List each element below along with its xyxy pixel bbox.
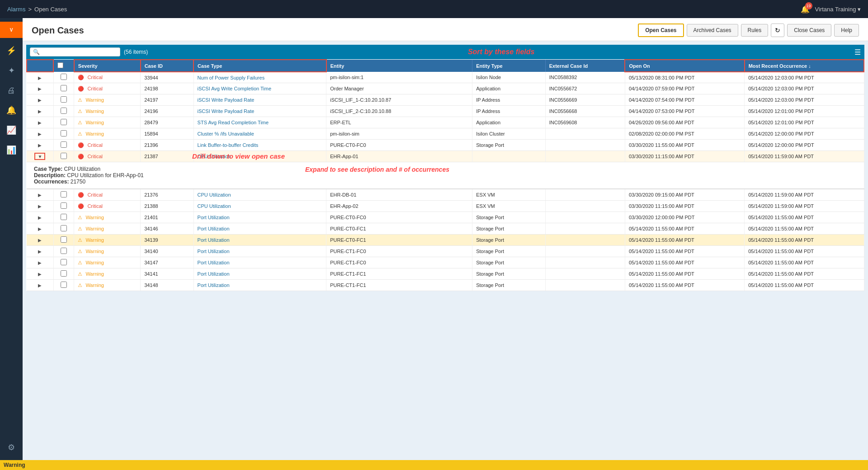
expand-cell[interactable]: ▶: [27, 212, 53, 223]
user-menu[interactable]: Virtana Training ▾: [815, 6, 861, 13]
casetype-cell[interactable]: Cluster % /ifs Unavailable: [193, 128, 326, 140]
checkbox-cell[interactable]: [53, 201, 74, 212]
expand-cell[interactable]: ▶: [27, 189, 53, 201]
sidebar-item-metrics[interactable]: 📊: [2, 141, 20, 159]
case-type-link[interactable]: CPU Utilization: [198, 203, 231, 209]
row-checkbox[interactable]: [61, 270, 67, 277]
casetype-cell[interactable]: Port Utilization: [193, 212, 326, 223]
checkbox-cell[interactable]: [53, 212, 74, 223]
case-type-link[interactable]: Port Utilization: [198, 226, 230, 231]
breadcrumb-parent[interactable]: Alarms: [7, 6, 25, 13]
expand-button[interactable]: ▶: [37, 204, 43, 209]
casetype-cell[interactable]: Port Utilization: [193, 268, 326, 280]
expand-cell[interactable]: ▶: [27, 83, 53, 94]
row-checkbox[interactable]: [61, 130, 67, 136]
case-type-link[interactable]: Port Utilization: [198, 237, 230, 243]
case-type-link[interactable]: Cluster % /ifs Unavailable: [198, 131, 254, 136]
sidebar-item-analytics[interactable]: 📈: [2, 121, 20, 139]
case-type-link[interactable]: Port Utilization: [198, 271, 230, 277]
checkbox-cell[interactable]: [53, 94, 74, 106]
checkbox-cell[interactable]: [53, 83, 74, 94]
casetype-cell[interactable]: Port Utilization: [193, 257, 326, 268]
open-cases-button[interactable]: Open Cases: [638, 24, 684, 37]
th-extcaseid[interactable]: External Case Id: [545, 60, 625, 72]
th-entity[interactable]: Entity: [326, 60, 472, 72]
checkbox-cell[interactable]: [53, 117, 74, 128]
checkbox-cell[interactable]: [53, 235, 74, 246]
expand-button[interactable]: ▶: [37, 98, 43, 103]
checkbox-cell[interactable]: [53, 151, 74, 162]
expand-button[interactable]: ▶: [37, 226, 43, 231]
casetype-cell[interactable]: iSCSI Write Payload Rate: [193, 94, 326, 106]
archived-cases-button[interactable]: Archived Cases: [687, 24, 738, 37]
row-checkbox[interactable]: [61, 259, 67, 265]
rules-button[interactable]: Rules: [741, 24, 769, 37]
expand-button[interactable]: ▶: [37, 283, 43, 288]
close-cases-button[interactable]: Close Cases: [787, 24, 831, 37]
case-type-link[interactable]: Port Utilization: [198, 260, 230, 265]
th-caseid[interactable]: Case ID: [141, 60, 193, 72]
row-checkbox[interactable]: [61, 282, 67, 288]
expand-button[interactable]: ▶: [37, 249, 43, 254]
casetype-cell[interactable]: CPU Utilization: [193, 201, 326, 212]
expand-button[interactable]: ▶: [37, 120, 43, 125]
select-all-checkbox[interactable]: [57, 62, 63, 68]
case-type-link[interactable]: Port Utilization: [198, 215, 230, 220]
casetype-cell[interactable]: Port Utilization: [193, 223, 326, 235]
expand-cell[interactable]: ▶: [27, 128, 53, 140]
case-type-link[interactable]: CPU Utilization: [198, 192, 231, 197]
case-type-link[interactable]: Num of Power Supply Failures: [198, 75, 265, 80]
expand-button[interactable]: ▶: [37, 86, 43, 91]
expand-button[interactable]: ▶: [37, 238, 43, 243]
expand-button[interactable]: ▶: [37, 109, 43, 114]
expand-cell[interactable]: ▶: [27, 106, 53, 117]
th-openon[interactable]: Open On: [625, 60, 744, 72]
case-type-link[interactable]: STS Avg Read Completion Time: [198, 120, 269, 125]
grid-icon[interactable]: ☰: [854, 48, 861, 56]
th-casetype[interactable]: Case Type: [193, 60, 326, 72]
sidebar-item-settings[interactable]: ⚙: [2, 438, 20, 456]
sidebar-item-reports[interactable]: 🖨: [2, 81, 20, 99]
expand-cell[interactable]: ▶: [27, 257, 53, 268]
expand-button[interactable]: ▶: [37, 143, 43, 148]
casetype-cell[interactable]: iSCSI Write Payload Rate: [193, 106, 326, 117]
search-input[interactable]: [40, 49, 112, 55]
expand-cell[interactable]: ▶: [27, 117, 53, 128]
casetype-cell[interactable]: Port Utilization: [193, 235, 326, 246]
case-type-link[interactable]: Link Buffer-to-buffer Credits: [198, 142, 259, 148]
expand-cell[interactable]: ▶: [27, 280, 53, 291]
checkbox-cell[interactable]: [53, 106, 74, 117]
case-type-link[interactable]: iSCSI Write Payload Rate: [198, 97, 255, 103]
expand-cell[interactable]: ▶: [27, 72, 53, 83]
casetype-cell[interactable]: CPU Utilization: [193, 189, 326, 201]
expand-button[interactable]: ▶: [37, 272, 43, 277]
expand-cell[interactable]: ▼: [27, 151, 53, 162]
checkbox-cell[interactable]: [53, 280, 74, 291]
th-entitytype[interactable]: Entity Type: [472, 60, 546, 72]
sidebar-item-alerts[interactable]: ⚡: [2, 42, 20, 60]
row-checkbox[interactable]: [61, 85, 67, 91]
expand-button[interactable]: ▶: [37, 260, 43, 265]
casetype-cell[interactable]: Link Buffer-to-buffer Credits: [193, 140, 326, 151]
casetype-cell[interactable]: STS Avg Read Completion Time: [193, 117, 326, 128]
row-checkbox[interactable]: [61, 214, 67, 220]
expand-cell[interactable]: ▶: [27, 140, 53, 151]
refresh-button[interactable]: ↻: [771, 24, 784, 37]
case-type-link[interactable]: iSCSI Write Payload Rate: [198, 108, 255, 114]
expand-cell[interactable]: ▶: [27, 94, 53, 106]
checkbox-cell[interactable]: [53, 246, 74, 257]
checkbox-cell[interactable]: [53, 268, 74, 280]
row-checkbox[interactable]: [61, 225, 67, 231]
expand-cell[interactable]: ▶: [27, 246, 53, 257]
row-checkbox[interactable]: [61, 119, 67, 125]
row-checkbox[interactable]: [61, 248, 67, 254]
search-input-wrapper[interactable]: 🔍: [30, 47, 120, 56]
sidebar-item-dashboard[interactable]: ✦: [2, 61, 20, 80]
expand-cell[interactable]: ▶: [27, 223, 53, 235]
row-checkbox[interactable]: [61, 202, 67, 209]
case-type-link[interactable]: Port Utilization: [198, 282, 230, 288]
th-severity[interactable]: Severity: [74, 60, 141, 72]
expand-cell[interactable]: ▶: [27, 201, 53, 212]
case-type-link[interactable]: Port Utilization: [198, 249, 230, 254]
casetype-cell[interactable]: Port Utilization: [193, 280, 326, 291]
